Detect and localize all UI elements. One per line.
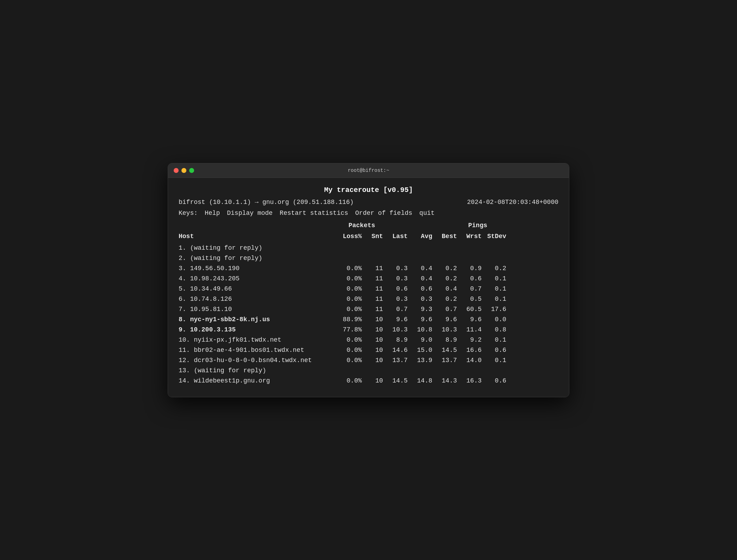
- row-avg: 9.0: [408, 335, 432, 345]
- row-best: 9.6: [432, 315, 457, 324]
- row-snt: 10: [362, 335, 383, 345]
- row-host: 12. dcr03-hu-0-8-0-0.bsn04.twdx.net: [179, 356, 327, 365]
- row-last: 8.9: [383, 335, 408, 345]
- table-row: 5. 10.34.49.66 0.0% 11 0.6 0.6 0.4 0.7 0…: [179, 284, 558, 294]
- row-wrst: 11.4: [457, 325, 482, 335]
- key-order-of-fields[interactable]: Order of fields: [355, 209, 412, 218]
- keys-label: Keys:: [179, 209, 198, 218]
- row-loss: 0.0%: [327, 376, 362, 386]
- row-host: 5. 10.34.49.66: [179, 284, 327, 294]
- row-snt: 10: [362, 346, 383, 355]
- col-wrst-header: Wrst: [457, 232, 482, 241]
- row-stdev: 0.0: [482, 315, 506, 324]
- row-last: 0.6: [383, 284, 408, 294]
- row-host: 14. wildebeest1p.gnu.org: [179, 376, 327, 386]
- row-snt: 10: [362, 315, 383, 324]
- table-row: 11. bbr02-ae-4-901.bos01.twdx.net 0.0% 1…: [179, 346, 558, 355]
- table-row: 6. 10.74.8.126 0.0% 11 0.3 0.3 0.2 0.5 0…: [179, 294, 558, 304]
- table-row: 1. (waiting for reply): [179, 243, 558, 253]
- row-loss: 0.0%: [327, 284, 362, 294]
- row-loss: 0.0%: [327, 274, 362, 284]
- row-loss: 88.9%: [327, 315, 362, 324]
- row-avg: 9.3: [408, 305, 432, 314]
- row-wrst: 9.2: [457, 335, 482, 345]
- row-host: 6. 10.74.8.126: [179, 294, 327, 304]
- row-snt: 11: [362, 284, 383, 294]
- row-last: 14.5: [383, 376, 408, 386]
- table-row: 13. (waiting for reply): [179, 366, 558, 375]
- row-wrst: 16.6: [457, 346, 482, 355]
- col-host-header: Host: [179, 232, 327, 241]
- row-last: 0.3: [383, 264, 408, 273]
- row-avg: 0.4: [408, 274, 432, 284]
- row-host: 3. 149.56.50.190: [179, 264, 327, 273]
- pings-header: Pings: [397, 221, 558, 230]
- table-row: 10. nyiix-px.jfk01.twdx.net 0.0% 10 8.9 …: [179, 335, 558, 345]
- row-best: 0.7: [432, 305, 457, 314]
- row-avg: 14.8: [408, 376, 432, 386]
- row-avg: 0.3: [408, 294, 432, 304]
- row-stdev: 0.8: [482, 325, 506, 335]
- table-row: 9. 10.200.3.135 77.8% 10 10.3 10.8 10.3 …: [179, 325, 558, 335]
- row-host: 1. (waiting for reply): [179, 243, 327, 253]
- row-best: 13.7: [432, 356, 457, 365]
- row-best: 14.5: [432, 346, 457, 355]
- row-stdev: 0.1: [482, 356, 506, 365]
- row-wrst: 0.6: [457, 274, 482, 284]
- key-quit[interactable]: quit: [419, 209, 434, 218]
- table-row: 4. 10.98.243.205 0.0% 11 0.3 0.4 0.2 0.6…: [179, 274, 558, 284]
- row-stdev: 0.6: [482, 346, 506, 355]
- row-stdev: 0.1: [482, 274, 506, 284]
- col-snt-header: Snt: [362, 232, 383, 241]
- row-avg: 13.9: [408, 356, 432, 365]
- row-stdev: 0.6: [482, 376, 506, 386]
- col-last-header: Last: [383, 232, 408, 241]
- col-stdev-header: StDev: [482, 232, 506, 241]
- row-host: 9. 10.200.3.135: [179, 325, 327, 335]
- row-last: 13.7: [383, 356, 408, 365]
- key-help[interactable]: Help: [205, 209, 220, 218]
- row-loss: 0.0%: [327, 356, 362, 365]
- row-snt: 11: [362, 305, 383, 314]
- table-row: 14. wildebeest1p.gnu.org 0.0% 10 14.5 14…: [179, 376, 558, 386]
- rows-container: 1. (waiting for reply) 2. (waiting for r…: [179, 243, 558, 386]
- row-snt: 10: [362, 356, 383, 365]
- row-last: 10.3: [383, 325, 408, 335]
- row-best: 0.4: [432, 284, 457, 294]
- row-avg: 10.8: [408, 325, 432, 335]
- maximize-button[interactable]: [189, 168, 194, 173]
- table-row: 3. 149.56.50.190 0.0% 11 0.3 0.4 0.2 0.9…: [179, 264, 558, 273]
- row-last: 0.3: [383, 274, 408, 284]
- row-best: 0.2: [432, 294, 457, 304]
- row-loss: 0.0%: [327, 294, 362, 304]
- row-avg: 0.4: [408, 264, 432, 273]
- row-snt: 11: [362, 294, 383, 304]
- table-row: 7. 10.95.81.10 0.0% 11 0.7 9.3 0.7 60.5 …: [179, 305, 558, 314]
- row-loss: 0.0%: [327, 335, 362, 345]
- row-last: 9.6: [383, 315, 408, 324]
- table-row: 8. nyc-ny1-sbb2-8k.nj.us 88.9% 10 9.6 9.…: [179, 315, 558, 324]
- close-button[interactable]: [174, 168, 179, 173]
- keys-line: Keys: Help Display mode Restart statisti…: [179, 209, 558, 218]
- minimize-button[interactable]: [181, 168, 186, 173]
- packets-header: Packets: [327, 221, 397, 230]
- row-stdev: 0.2: [482, 264, 506, 273]
- row-host: 13. (waiting for reply): [179, 366, 327, 375]
- row-wrst: 0.5: [457, 294, 482, 304]
- row-best: 0.2: [432, 264, 457, 273]
- row-snt: 11: [362, 264, 383, 273]
- row-wrst: 0.7: [457, 284, 482, 294]
- row-host: 8. nyc-ny1-sbb2-8k.nj.us: [179, 315, 327, 324]
- row-snt: 10: [362, 376, 383, 386]
- key-display-mode[interactable]: Display mode: [227, 209, 273, 218]
- row-stdev: 17.6: [482, 305, 506, 314]
- timestamp: 2024-02-08T20:03:48+0000: [467, 198, 558, 207]
- app-title: My traceroute [v0.95]: [179, 185, 558, 195]
- key-restart-statistics[interactable]: Restart statistics: [280, 209, 348, 218]
- titlebar-text: root@bifrost:~: [348, 168, 389, 173]
- row-host: 10. nyiix-px.jfk01.twdx.net: [179, 335, 327, 345]
- column-headers: Host Loss% Snt Last Avg Best Wrst StDev: [179, 232, 558, 241]
- col-loss-header: Loss%: [327, 232, 362, 241]
- row-best: 14.3: [432, 376, 457, 386]
- row-snt: 11: [362, 274, 383, 284]
